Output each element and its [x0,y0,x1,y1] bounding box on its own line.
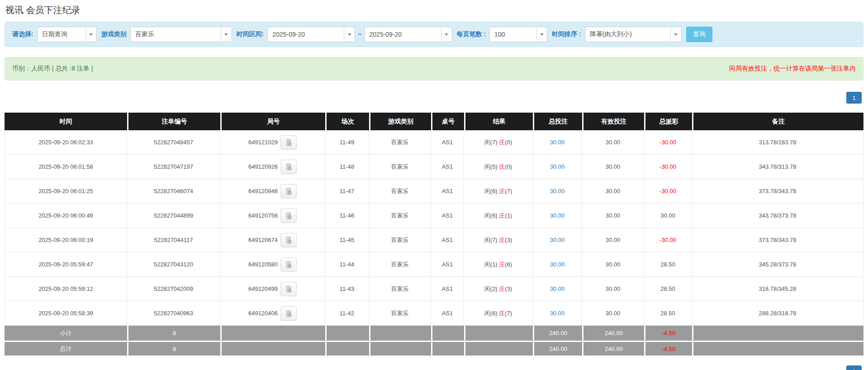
summary-total-bet: 240.00 [533,341,582,356]
cell-remark: 316.78/345.28 [692,277,863,301]
chevron-down-icon[interactable] [536,27,547,42]
summary-row: 总计 8 240.00 240.00 -4.50 [5,341,863,356]
cell-bet-id: 522827048457 [127,130,220,155]
per-page-select[interactable]: 100 [489,27,547,42]
cell-table-no: AS1 [431,204,464,228]
cell-remark: 313.78/283.78 [692,130,863,155]
result-player-score: (7) [490,237,498,243]
payout-value: 30.00 [660,212,675,219]
total-bet-link[interactable]: 30.00 [550,237,565,243]
video-replay-button[interactable] [280,282,297,296]
chevron-down-icon[interactable] [441,27,452,42]
date-from-select[interactable]: 2025-09-20 [267,27,355,42]
cell-result: 闲(6) 庄(7) [464,179,533,204]
cell-remark: 288.28/316.78 [692,301,863,326]
payout-value: 28.50 [660,310,675,317]
cell-round-id: 649120926 [220,155,325,179]
video-replay-icon [285,309,293,318]
result-banker-label: 庄 [499,285,505,292]
cell-valid-bet: 30.00 [582,155,644,179]
result-player-label: 闲 [484,139,490,146]
video-replay-button[interactable] [280,233,297,247]
cell-valid-bet: 30.00 [582,130,644,155]
summary-empty-cell [220,341,325,356]
round-id-text: 649120756 [248,212,278,219]
round-id-text: 649121029 [248,139,278,146]
result-player-score: (6) [490,212,498,219]
cell-remark: 343.78/373.78 [692,204,863,228]
total-bet-link[interactable]: 30.00 [550,212,565,219]
cell-session: 11-49 [325,130,369,155]
search-button[interactable]: 查询 [686,27,712,42]
table-header: 时间 注单编号 局号 场次 游戏类别 桌号 结果 总投注 有效投注 总派彩 备注 [5,113,863,130]
cell-total-bet: 30.00 [533,130,582,155]
result-banker-label: 庄 [499,310,505,317]
result-banker-score: (0) [505,139,512,146]
summary-empty-cell [369,341,431,356]
cell-round-id: 649120406 [220,301,325,326]
valid-bet-notice: 同局有效投注，统一计算在该局第一张注单内 [729,65,856,73]
cell-total-bet: 30.00 [533,277,582,301]
cell-table-no: AS1 [431,179,464,204]
per-page-label: 每页笔数 : [457,30,486,38]
cell-remark: 345.28/373.78 [692,252,863,277]
cell-game-type: 百家乐 [369,179,431,204]
header-game-type: 游戏类别 [369,113,431,130]
total-bet-link[interactable]: 30.00 [550,310,565,317]
query-type-value: 日期查询 [38,27,85,42]
video-replay-button[interactable] [280,257,297,272]
chevron-down-icon[interactable] [670,27,681,42]
cell-round-id: 649121029 [220,130,325,155]
video-replay-button[interactable] [280,160,297,174]
table-row: 2025-09-20 06:01:58 522827047197 6491209… [5,155,863,179]
game-type-label: 游戏类别 [101,30,127,38]
summary-empty-cell [692,341,863,356]
video-replay-icon [285,285,293,293]
game-type-select[interactable]: 百家乐 [130,27,232,42]
page-1-button[interactable]: 1 [846,92,862,104]
cell-round-id: 649120674 [220,228,325,252]
cell-result: 闲(7) 庄(3) [464,228,533,252]
header-result: 结果 [464,113,533,130]
round-id-text: 649120580 [248,261,278,268]
video-replay-button[interactable] [280,306,297,321]
result-banker-score: (3) [505,285,512,292]
result-player-label: 闲 [484,188,490,194]
result-banker-score: (1) [505,212,512,219]
page-1-button[interactable]: 1 [846,365,862,370]
chevron-down-icon[interactable] [221,27,232,42]
sort-order-select[interactable]: 降幂(由大到小) [585,27,682,42]
result-banker-score: (7) [505,310,512,317]
cell-session: 11-42 [325,301,369,326]
total-bet-link[interactable]: 30.00 [550,139,565,146]
total-bet-link[interactable]: 30.00 [550,163,565,170]
sort-order-label: 时间排序 : [552,30,581,38]
cell-time: 2025-09-20 05:59:12 [5,277,127,301]
header-time: 时间 [5,113,127,130]
result-player-score: (6) [490,310,498,317]
result-player-label: 闲 [484,310,490,317]
round-id-text: 649120926 [248,163,278,170]
video-replay-button[interactable] [280,135,297,150]
total-bet-link[interactable]: 30.00 [550,188,565,194]
date-to-select[interactable]: 2025-09-20 [365,27,452,42]
total-bet-link[interactable]: 30.00 [550,261,565,268]
chevron-down-icon[interactable] [85,27,96,42]
result-banker-score: (3) [505,237,512,243]
cell-bet-id: 522827044117 [127,228,220,252]
video-replay-icon [285,187,293,195]
summary-total-bet: 240.00 [533,326,582,341]
video-replay-button[interactable] [280,209,297,223]
cell-valid-bet: 30.00 [582,252,644,277]
total-bet-link[interactable]: 30.00 [550,285,565,292]
chevron-down-icon[interactable] [344,27,355,42]
cell-result: 闲(7) 庄(0) [464,130,533,155]
cell-time: 2025-09-20 05:58:39 [5,301,127,326]
video-replay-button[interactable] [280,184,297,199]
cell-session: 11-43 [325,277,369,301]
cell-result: 闲(6) 庄(7) [464,301,533,326]
cell-game-type: 百家乐 [369,155,431,179]
cell-total-bet: 30.00 [533,179,582,204]
header-bet-id: 注单编号 [127,113,220,130]
query-type-select[interactable]: 日期查询 [37,27,97,42]
